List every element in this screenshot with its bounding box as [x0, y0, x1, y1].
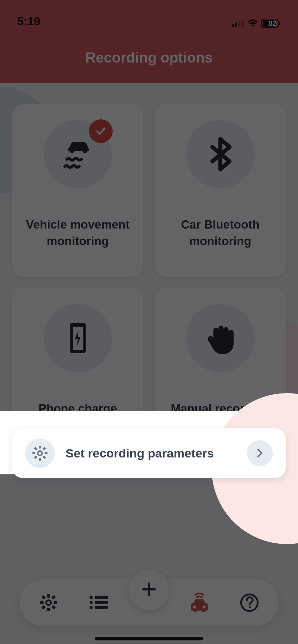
- svg-rect-29: [95, 596, 108, 599]
- svg-rect-14: [32, 452, 35, 454]
- svg-point-35: [203, 606, 206, 608]
- svg-rect-28: [90, 596, 92, 599]
- svg-rect-17: [42, 455, 46, 459]
- svg-rect-31: [95, 601, 108, 604]
- bottom-nav: [19, 579, 279, 626]
- svg-rect-30: [90, 601, 92, 604]
- chevron-right-icon: [247, 440, 273, 466]
- svg-rect-19: [34, 455, 37, 459]
- option-label: Car Bluetooth monitoring: [162, 216, 279, 249]
- svg-rect-15: [45, 452, 48, 454]
- svg-point-37: [249, 606, 251, 608]
- svg-rect-13: [39, 458, 41, 461]
- status-time: 5:19: [17, 15, 40, 28]
- svg-rect-12: [39, 446, 41, 448]
- battery-icon: 82: [261, 19, 281, 28]
- svg-rect-1: [235, 23, 237, 27]
- svg-rect-20: [47, 594, 50, 598]
- gear-icon: [39, 593, 58, 612]
- page-title: Recording options: [85, 50, 212, 66]
- wifi-icon: [247, 19, 258, 27]
- svg-rect-2: [238, 21, 240, 27]
- list-icon: [90, 595, 108, 610]
- option-vehicle-movement[interactable]: Vehicle movement monitoring: [12, 104, 143, 277]
- status-indicators: 82: [232, 19, 281, 28]
- vehicle-skid-icon: [44, 120, 112, 188]
- set-recording-parameters[interactable]: Set recording parameters: [12, 428, 286, 478]
- selected-check-icon: [89, 119, 113, 143]
- nav-car[interactable]: [187, 590, 212, 615]
- status-bar: 5:19 82: [0, 0, 298, 32]
- svg-rect-9: [68, 148, 89, 151]
- car-signal-icon: [189, 593, 210, 613]
- svg-rect-26: [51, 595, 56, 600]
- bluetooth-icon: [186, 120, 254, 188]
- gear-icon: [25, 438, 55, 468]
- nav-help[interactable]: [237, 590, 262, 615]
- svg-rect-23: [54, 601, 57, 604]
- svg-rect-21: [47, 608, 50, 611]
- svg-rect-22: [40, 601, 44, 604]
- svg-rect-27: [41, 605, 46, 610]
- svg-rect-3: [241, 19, 244, 27]
- phone-charge-icon: [44, 304, 112, 372]
- svg-rect-6: [279, 22, 280, 25]
- header: Recording options: [0, 32, 298, 83]
- svg-rect-18: [42, 447, 46, 450]
- hand-icon: [186, 304, 254, 372]
- help-icon: [240, 593, 259, 612]
- battery-level: 82: [268, 19, 276, 28]
- option-label: Vehicle movement monitoring: [19, 216, 136, 249]
- svg-rect-25: [51, 605, 56, 610]
- plus-icon: [140, 581, 158, 599]
- params-label: Set recording parameters: [66, 446, 236, 460]
- svg-point-34: [193, 606, 196, 608]
- option-car-bluetooth[interactable]: Car Bluetooth monitoring: [155, 104, 286, 277]
- fab-add[interactable]: [129, 570, 169, 610]
- svg-rect-33: [95, 606, 108, 609]
- svg-rect-16: [34, 447, 37, 450]
- home-indicator: [95, 637, 203, 640]
- nav-list[interactable]: [86, 590, 112, 615]
- nav-settings[interactable]: [36, 590, 61, 615]
- svg-rect-0: [232, 24, 234, 27]
- svg-rect-24: [41, 595, 46, 600]
- svg-rect-32: [90, 606, 92, 609]
- cellular-icon: [232, 19, 244, 27]
